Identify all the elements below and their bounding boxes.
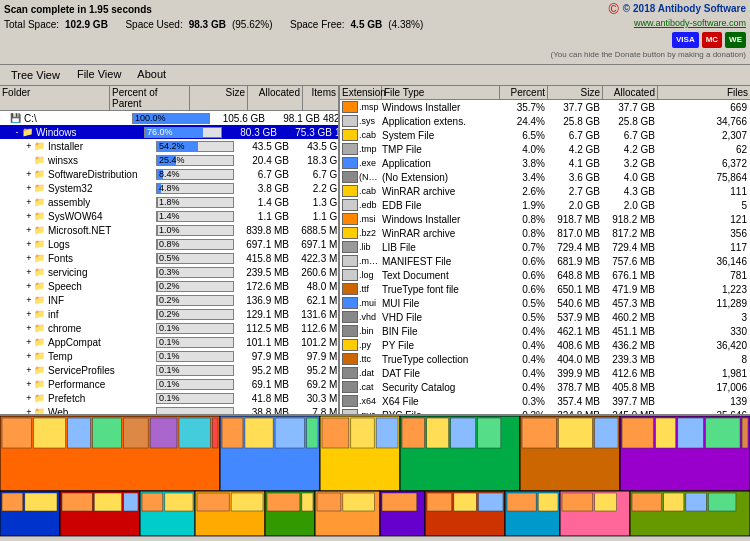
right-row[interactable]: .msiWindows Installer0.8%918.7 MB918.2 M… <box>340 212 750 226</box>
ftype-cell: Windows Installer <box>382 214 500 225</box>
right-row[interactable]: .cabSystem File6.5%6.7 GB6.7 GB2,307 <box>340 128 750 142</box>
tree-row[interactable]: +📁Installer54.2%43.5 GB43.5 GB6,9 <box>0 139 338 153</box>
rpct-col-header[interactable]: Percent <box>500 86 548 99</box>
size-col-header[interactable]: Size <box>190 86 248 110</box>
right-row[interactable]: .x64X64 File0.3%357.4 MB397.7 MB139 <box>340 394 750 408</box>
alloc-col-header[interactable]: Allocated <box>248 86 303 110</box>
tree-row[interactable]: +📁Web38.8 MB7.8 MB <box>0 405 338 414</box>
tree-toggle-icon[interactable]: + <box>24 225 34 235</box>
ext-col-header[interactable]: Extension <box>340 86 382 99</box>
menu-file-view[interactable]: File View <box>69 66 129 84</box>
tree-toggle-icon[interactable]: + <box>24 351 34 361</box>
tree-toggle-icon[interactable]: + <box>24 169 34 179</box>
pct-bar: 0.2% <box>156 309 234 320</box>
tree-row[interactable]: +📁inf0.2%129.1 MB131.6 MB1,7 <box>0 307 338 321</box>
tree-toggle-icon[interactable]: + <box>24 267 34 277</box>
tree-toggle-icon[interactable]: + <box>24 141 34 151</box>
tree-row-label: Temp <box>48 351 156 362</box>
rfiles-col-header[interactable]: Files <box>658 86 750 99</box>
right-row[interactable]: .muiMUI File0.5%540.6 MB457.3 MB11,289 <box>340 296 750 310</box>
tree-toggle-icon[interactable]: + <box>24 393 34 403</box>
right-row[interactable]: .manifeMANIFEST File0.6%681.9 MB757.6 MB… <box>340 254 750 268</box>
menu-tree-view[interactable]: Tree View <box>2 66 69 84</box>
right-row[interactable]: .exeApplication3.8%4.1 GB3.2 GB6,372 <box>340 156 750 170</box>
tree-row[interactable]: +📁Logs0.8%697.1 MB697.1 MB <box>0 237 338 251</box>
visa-icon: VISA <box>672 32 699 48</box>
tree-toggle-icon[interactable]: + <box>24 295 34 305</box>
tree-toggle-icon[interactable]: + <box>24 183 34 193</box>
items-col-header[interactable]: Items <box>303 86 338 110</box>
tree-row[interactable]: +📁assembly1.8%1.4 GB1.3 GB11,0 <box>0 195 338 209</box>
tree-row-size: 239.5 MB <box>234 267 292 278</box>
ftype-cell: MANIFEST File <box>382 256 500 267</box>
pct-col-header[interactable]: Percent of Parent <box>110 86 190 110</box>
tree-row[interactable]: 📁winsxs25.4%20.4 GB18.3 GB112,39 <box>0 153 338 167</box>
pct-cell: 0.6% <box>500 270 548 281</box>
ralloc-col-header[interactable]: Allocated <box>603 86 658 99</box>
ftype-cell: Text Document <box>382 270 500 281</box>
tree-row[interactable]: +📁Temp0.1%97.9 MB97.9 MB <box>0 349 338 363</box>
menu-about[interactable]: About <box>129 66 174 84</box>
folder-col-header[interactable]: Folder <box>0 86 110 110</box>
right-row[interactable]: .ttcTrueType collection0.4%404.0 MB239.3… <box>340 352 750 366</box>
tree-row[interactable]: 💾C:\100.0%105.6 GB98.1 GB482,0 <box>0 111 338 125</box>
hdd-icon: 💾 <box>10 113 24 123</box>
right-row[interactable]: .sysApplication extens.24.4%25.8 GB25.8 … <box>340 114 750 128</box>
tree-toggle-icon[interactable]: + <box>24 253 34 263</box>
tree-row[interactable]: +📁Speech0.2%172.6 MB48.0 MB <box>0 279 338 293</box>
tree-row[interactable]: +📁AppCompat0.1%101.1 MB101.2 MB <box>0 335 338 349</box>
tree-row[interactable]: +📁Microsoft.NET1.0%839.8 MB688.5 MB3,3 <box>0 223 338 237</box>
folder-icon: 📁 <box>34 253 48 263</box>
tree-toggle-icon[interactable]: + <box>24 309 34 319</box>
tree-row[interactable]: +📁SoftwareDistribution8.4%6.7 GB6.7 GB2,… <box>0 167 338 181</box>
right-row[interactable]: .pycPYC File0.3%324.8 MB245.9 MB35,646 <box>340 408 750 414</box>
tree-toggle-icon[interactable]: + <box>24 239 34 249</box>
logo-url[interactable]: www.antibody-software.com <box>551 16 746 30</box>
right-row[interactable]: .libLIB File0.7%729.4 MB729.4 MB117 <box>340 240 750 254</box>
size-cell: 540.6 MB <box>548 298 603 309</box>
tree-row[interactable]: +📁servicing0.3%239.5 MB260.6 MB11,3 <box>0 265 338 279</box>
right-row[interactable]: .datDAT File0.4%399.9 MB412.6 MB1,981 <box>340 366 750 380</box>
tree-row[interactable]: +📁Prefetch0.1%41.8 MB30.3 MB <box>0 391 338 405</box>
right-row[interactable]: (No Ext)(No Extension)3.4%3.6 GB4.0 GB75… <box>340 170 750 184</box>
right-row[interactable]: .logText Document0.6%648.8 MB676.1 MB781 <box>340 268 750 282</box>
pct-cell: 0.6% <box>500 256 548 267</box>
rsize-col-header[interactable]: Size <box>548 86 603 99</box>
tree-toggle-icon[interactable]: + <box>24 211 34 221</box>
ext-cell: .cat <box>340 381 382 393</box>
tree-toggle-icon[interactable]: - <box>12 127 22 137</box>
right-row[interactable]: .pyPY File0.4%408.6 MB436.2 MB36,420 <box>340 338 750 352</box>
alloc-cell: 6.7 GB <box>603 130 658 141</box>
tree-row[interactable]: +📁INF0.2%136.9 MB62.1 MB <box>0 293 338 307</box>
tree-toggle-icon[interactable]: + <box>24 281 34 291</box>
ftype-col-header[interactable]: File Type <box>382 86 500 99</box>
tree-toggle-icon[interactable]: + <box>24 365 34 375</box>
tree-row[interactable]: +📁chrome0.1%112.5 MB112.6 MB <box>0 321 338 335</box>
right-row[interactable]: .binBIN File0.4%462.1 MB451.1 MB330 <box>340 324 750 338</box>
tree-row[interactable]: +📁System324.8%3.8 GB2.2 GB22,7 <box>0 181 338 195</box>
tree-row[interactable]: -📁Windows76.0%80.3 GB75.3 GB174,0 <box>0 125 338 139</box>
right-row[interactable]: .ttfTrueType font file0.6%650.1 MB471.9 … <box>340 282 750 296</box>
right-row[interactable]: .edbEDB File1.9%2.0 GB2.0 GB5 <box>340 198 750 212</box>
tree-row[interactable]: +📁Performance0.1%69.1 MB69.2 MB <box>0 377 338 391</box>
file-type-icon <box>342 311 358 323</box>
size-cell: 378.7 MB <box>548 382 603 393</box>
right-row[interactable]: .bz2WinRAR archive0.8%817.0 MB817.2 MB35… <box>340 226 750 240</box>
right-row[interactable]: .mspWindows Installer35.7%37.7 GB37.7 GB… <box>340 100 750 114</box>
tree-toggle-icon[interactable]: + <box>24 407 34 414</box>
tree-row[interactable]: +📁ServiceProfiles0.1%95.2 MB95.2 MB2 <box>0 363 338 377</box>
tree-row[interactable]: +📁SysWOW641.4%1.1 GB1.1 GB5,1 <box>0 209 338 223</box>
right-row[interactable]: .cabWinRAR archive2.6%2.7 GB4.3 GB111 <box>340 184 750 198</box>
right-row[interactable]: .catSecurity Catalog0.4%378.7 MB405.8 MB… <box>340 380 750 394</box>
right-row[interactable]: .tmpTMP File4.0%4.2 GB4.2 GB62 <box>340 142 750 156</box>
total-space-label: Total Space: <box>4 17 59 32</box>
ext-cell: .pyc <box>340 409 382 414</box>
pct-bar: 0.1% <box>156 351 234 362</box>
tree-toggle-icon[interactable]: + <box>24 323 34 333</box>
tree-toggle-icon[interactable]: + <box>24 197 34 207</box>
right-row[interactable]: .vhdVHD File0.5%537.9 MB460.2 MB3 <box>340 310 750 324</box>
file-type-icon <box>342 213 358 225</box>
tree-row[interactable]: +📁Fonts0.5%415.8 MB422.3 MB11,3 <box>0 251 338 265</box>
tree-toggle-icon[interactable]: + <box>24 337 34 347</box>
tree-toggle-icon[interactable]: + <box>24 379 34 389</box>
